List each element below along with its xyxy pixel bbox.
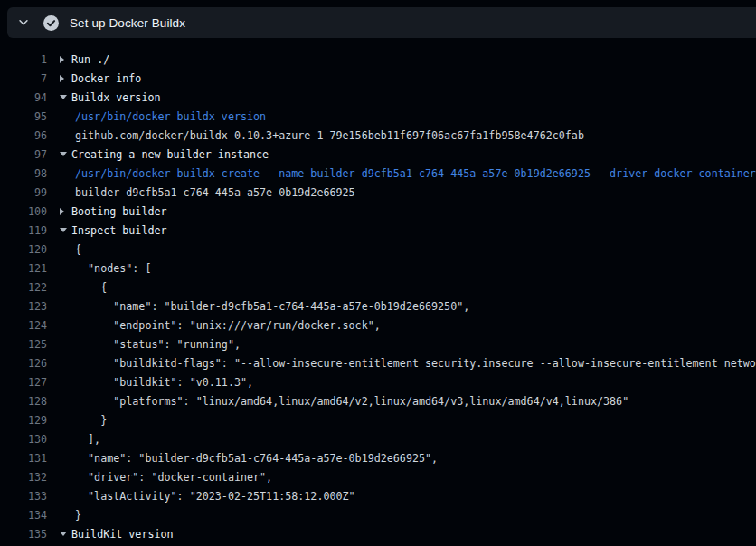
line-number[interactable]: 99 bbox=[0, 186, 47, 199]
output-text: "driver": "docker-container", bbox=[75, 471, 272, 484]
log-line: 99builder-d9cfb5a1-c764-445a-a57e-0b19d2… bbox=[0, 183, 756, 202]
line-number[interactable]: 97 bbox=[0, 148, 47, 161]
output-text: "buildkit": "v0.11.3", bbox=[75, 376, 253, 389]
line-number[interactable]: 94 bbox=[0, 91, 47, 104]
output-text: "lastActivity": "2023-02-25T11:58:12.000… bbox=[75, 490, 355, 503]
chevron-down-icon[interactable] bbox=[16, 15, 31, 30]
log-line: 129 } bbox=[0, 410, 756, 429]
log-line: 97Creating a new builder instance bbox=[0, 145, 756, 164]
line-number[interactable]: 126 bbox=[0, 357, 47, 370]
line-number[interactable]: 7 bbox=[0, 72, 47, 85]
output-text: "nodes": [ bbox=[75, 262, 151, 275]
check-circle-icon bbox=[43, 15, 59, 31]
output-text: "name": "builder-d9cfb5a1-c764-445a-a57e… bbox=[75, 300, 469, 313]
log-lines: 1Run ./7Docker info94Buildx version95/us… bbox=[0, 50, 756, 546]
line-number[interactable]: 96 bbox=[0, 129, 47, 142]
output-text: github.com/docker/buildx 0.10.3+azure-1 … bbox=[75, 129, 584, 142]
output-text: } bbox=[75, 414, 107, 427]
log-line: 123 "name": "builder-d9cfb5a1-c764-445a-… bbox=[0, 297, 756, 315]
output-text: { bbox=[75, 243, 81, 256]
log-line: 130 ], bbox=[0, 429, 756, 448]
line-number[interactable]: 1 bbox=[0, 53, 47, 66]
line-number[interactable]: 95 bbox=[0, 110, 47, 123]
group-title[interactable]: Booting builder bbox=[71, 205, 167, 218]
log-line: 119Inspect builder bbox=[0, 221, 756, 240]
line-number[interactable]: 122 bbox=[0, 281, 47, 294]
group-title[interactable]: Run ./ bbox=[71, 53, 109, 66]
log-line: 126 "buildkitd-flags": "--allow-insecure… bbox=[0, 353, 756, 372]
output-text: ], bbox=[75, 433, 100, 446]
line-number[interactable]: 124 bbox=[0, 319, 47, 332]
log-line: 124 "endpoint": "unix:///var/run/docker.… bbox=[0, 315, 756, 334]
group-expand-triangle-icon[interactable] bbox=[60, 56, 71, 63]
line-number[interactable]: 125 bbox=[0, 338, 47, 351]
line-number[interactable]: 134 bbox=[0, 509, 47, 522]
log-line: 120{ bbox=[0, 240, 756, 259]
log-line: 98/usr/bin/docker buildx create --name b… bbox=[0, 164, 756, 183]
log-line: 94Buildx version bbox=[0, 88, 756, 107]
line-number[interactable]: 132 bbox=[0, 471, 47, 484]
group-collapse-triangle-icon[interactable] bbox=[60, 532, 71, 536]
group-collapse-triangle-icon[interactable] bbox=[60, 228, 71, 232]
log-line: 127 "buildkit": "v0.11.3", bbox=[0, 372, 756, 391]
group-title[interactable]: Docker info bbox=[71, 72, 141, 85]
output-text: "buildkitd-flags": "--allow-insecure-ent… bbox=[75, 357, 756, 370]
group-title[interactable]: Buildx version bbox=[71, 91, 161, 104]
log-line: 133 "lastActivity": "2023-02-25T11:58:12… bbox=[0, 486, 756, 505]
output-text: "name": "builder-d9cfb5a1-c764-445a-a57e… bbox=[75, 452, 438, 465]
group-title[interactable]: Inspect builder bbox=[71, 224, 167, 237]
line-number[interactable]: 129 bbox=[0, 414, 47, 427]
group-title[interactable]: BuildKit version bbox=[71, 528, 174, 541]
output-text: } bbox=[75, 509, 81, 522]
line-number[interactable]: 98 bbox=[0, 167, 47, 180]
log-line: 128 "platforms": "linux/amd64,linux/amd6… bbox=[0, 391, 756, 410]
output-text: { bbox=[75, 281, 107, 294]
line-number[interactable]: 120 bbox=[0, 243, 47, 256]
group-collapse-triangle-icon[interactable] bbox=[60, 152, 71, 156]
line-number[interactable]: 131 bbox=[0, 452, 47, 465]
log-line: 125 "status": "running", bbox=[0, 334, 756, 353]
line-number[interactable]: 119 bbox=[0, 224, 47, 237]
command-text: /usr/bin/docker buildx version bbox=[75, 110, 266, 123]
log-line: 134} bbox=[0, 505, 756, 524]
log-line: 7Docker info bbox=[0, 69, 756, 88]
output-text: "status": "running", bbox=[75, 338, 241, 351]
line-number[interactable]: 133 bbox=[0, 490, 47, 503]
step-title: Set up Docker Buildx bbox=[70, 16, 185, 30]
group-expand-triangle-icon[interactable] bbox=[60, 208, 71, 215]
line-number[interactable]: 121 bbox=[0, 262, 47, 275]
log-line: 121 "nodes": [ bbox=[0, 259, 756, 278]
log-line: 135BuildKit version bbox=[0, 524, 756, 543]
log-line: 122 { bbox=[0, 278, 756, 297]
line-number[interactable]: 127 bbox=[0, 376, 47, 389]
group-expand-triangle-icon[interactable] bbox=[60, 75, 71, 82]
output-text: "endpoint": "unix:///var/run/docker.sock… bbox=[75, 319, 381, 332]
line-number[interactable]: 128 bbox=[0, 395, 47, 408]
output-text: "platforms": "linux/amd64,linux/amd64/v2… bbox=[75, 395, 628, 408]
log-line: 132 "driver": "docker-container", bbox=[0, 467, 756, 486]
log-line: 1Run ./ bbox=[0, 50, 756, 69]
line-number[interactable]: 123 bbox=[0, 300, 47, 313]
step-header[interactable]: Set up Docker Buildx bbox=[7, 7, 756, 38]
log-line: 95/usr/bin/docker buildx version bbox=[0, 107, 756, 126]
line-number[interactable]: 135 bbox=[0, 528, 47, 541]
command-text: /usr/bin/docker buildx create --name bui… bbox=[75, 167, 756, 180]
log-line: 96github.com/docker/buildx 0.10.3+azure-… bbox=[0, 126, 756, 145]
line-number[interactable]: 100 bbox=[0, 205, 47, 218]
line-number[interactable]: 130 bbox=[0, 433, 47, 446]
group-collapse-triangle-icon[interactable] bbox=[60, 95, 71, 99]
log-line: 131 "name": "builder-d9cfb5a1-c764-445a-… bbox=[0, 448, 756, 467]
group-title[interactable]: Creating a new builder instance bbox=[71, 148, 269, 161]
output-text: builder-d9cfb5a1-c764-445a-a57e-0b19d2e6… bbox=[75, 186, 355, 199]
log-line: 100Booting builder bbox=[0, 202, 756, 221]
